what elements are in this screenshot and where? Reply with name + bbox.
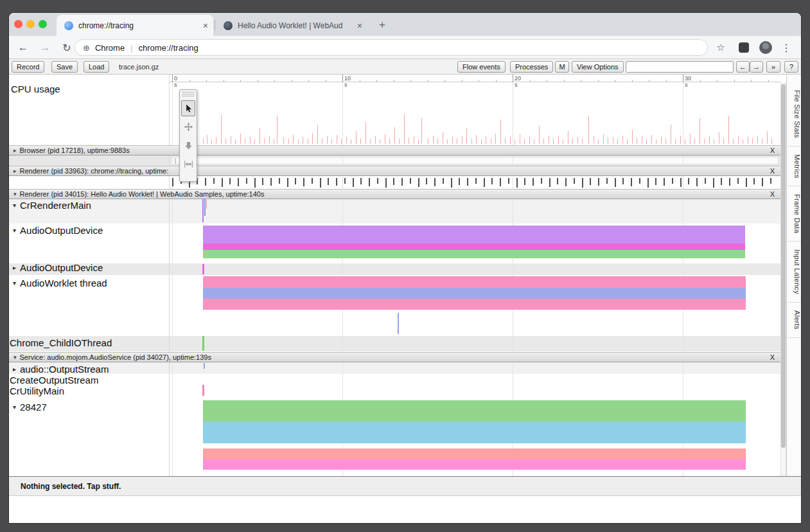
tab-hello-audio-worklet[interactable]: Hello Audio Worklet! | WebAud × bbox=[216, 15, 367, 36]
trace-event-tick[interactable] bbox=[295, 178, 296, 184]
trace-event-mark[interactable] bbox=[398, 313, 399, 334]
trace-event-tick[interactable] bbox=[524, 178, 525, 185]
timing-tool-button[interactable] bbox=[181, 156, 195, 172]
trace-event-mark[interactable] bbox=[206, 200, 207, 209]
thread-label-audiooutputdevice-1[interactable]: ▾ AudioOutputDevice bbox=[13, 225, 103, 236]
trace-event-tick[interactable] bbox=[606, 178, 608, 184]
thread-label-audioworklet[interactable]: ▾ AudioWorklet thread bbox=[13, 278, 107, 288]
trace-event-tick[interactable] bbox=[549, 178, 550, 187]
trace-event-tick[interactable] bbox=[680, 178, 682, 187]
trace-event-tick[interactable] bbox=[287, 178, 288, 187]
trace-event-tick[interactable] bbox=[508, 178, 509, 184]
trace-event-tick[interactable] bbox=[491, 178, 493, 184]
trace-event-tick[interactable] bbox=[582, 178, 583, 188]
trace-event-tick[interactable] bbox=[713, 178, 714, 188]
trace-event-tick[interactable] bbox=[426, 178, 427, 184]
forward-button[interactable]: → bbox=[37, 40, 53, 55]
trace-event-tick[interactable] bbox=[270, 178, 272, 186]
trace-event-tick[interactable] bbox=[615, 178, 616, 187]
process-header-audio-service[interactable]: ▾ Service: audio.mojom.AudioService (pid… bbox=[9, 352, 780, 362]
trace-event-tick[interactable] bbox=[418, 178, 419, 187]
expander-icon[interactable]: ▾ bbox=[13, 202, 16, 209]
close-process-button[interactable]: X bbox=[770, 190, 775, 198]
profile-avatar[interactable] bbox=[759, 41, 772, 54]
expander-icon[interactable]: ▸ bbox=[13, 168, 17, 174]
close-process-button[interactable]: X bbox=[770, 167, 775, 175]
trace-event-tick[interactable] bbox=[320, 178, 321, 188]
trace-event-tick[interactable] bbox=[238, 178, 239, 186]
trace-event-tick[interactable] bbox=[385, 178, 387, 188]
expander-icon[interactable]: ▾ bbox=[13, 354, 17, 360]
trace-event-tick[interactable] bbox=[377, 178, 378, 184]
trace-event-mark[interactable] bbox=[202, 385, 204, 396]
trace-event-tick[interactable] bbox=[328, 178, 329, 185]
trace-event-tick[interactable] bbox=[590, 178, 591, 185]
trace-event-tick[interactable] bbox=[500, 178, 501, 186]
trace-slice[interactable] bbox=[203, 421, 746, 443]
new-tab-button[interactable]: + bbox=[375, 18, 389, 32]
close-process-button[interactable]: X bbox=[770, 353, 775, 361]
trace-event-tick[interactable] bbox=[434, 178, 436, 186]
trace-event-tick[interactable] bbox=[622, 178, 624, 184]
trace-event-tick[interactable] bbox=[401, 178, 403, 186]
sidebar-tab-alerts[interactable]: Alerts bbox=[787, 303, 801, 338]
record-button[interactable]: Record bbox=[12, 61, 44, 73]
save-button[interactable]: Save bbox=[51, 61, 78, 73]
browser-menu-button[interactable]: ⋮ bbox=[779, 40, 794, 55]
zoom-tool-button[interactable] bbox=[181, 137, 195, 154]
process-header-browser[interactable]: ▸ Browser (pid 17218), uptime:9883s X bbox=[9, 145, 780, 155]
trace-event-tick[interactable] bbox=[393, 178, 394, 185]
trace-event-tick[interactable] bbox=[688, 178, 689, 184]
expander-icon[interactable]: ▾ bbox=[13, 279, 16, 287]
sidebar-tab-input-latency[interactable]: Input Latency bbox=[787, 242, 801, 303]
trace-event-tick[interactable] bbox=[205, 178, 206, 186]
nav-right-button[interactable]: → bbox=[750, 61, 763, 73]
trace-event-tick[interactable] bbox=[770, 178, 771, 184]
trace-slice[interactable] bbox=[203, 226, 745, 244]
trace-slice[interactable] bbox=[203, 400, 746, 421]
pan-tool-button[interactable] bbox=[181, 119, 195, 135]
trace-event-tick[interactable] bbox=[262, 178, 263, 185]
trace-slice[interactable] bbox=[203, 250, 745, 258]
toolbar-search-input[interactable] bbox=[626, 61, 734, 73]
trace-event-mark[interactable] bbox=[202, 336, 204, 351]
help-button[interactable]: ? bbox=[784, 61, 798, 73]
sidebar-tab-file-size-stats[interactable]: File Size Stats bbox=[787, 82, 801, 146]
trace-event-tick[interactable] bbox=[344, 178, 346, 184]
thread-label-createoutputstream[interactable]: CreateOutputStream bbox=[10, 375, 98, 386]
trace-event-tick[interactable] bbox=[696, 178, 698, 186]
thread-label-childiothread[interactable]: Chrome_ChildIOThread bbox=[10, 337, 112, 348]
expander-icon[interactable]: ▸ bbox=[13, 366, 16, 373]
trace-event-tick[interactable] bbox=[213, 178, 215, 184]
trace-event-tick[interactable] bbox=[655, 178, 656, 185]
trace-event-mark[interactable] bbox=[204, 199, 206, 216]
trace-slice[interactable] bbox=[203, 459, 746, 470]
back-button[interactable]: ← bbox=[15, 40, 31, 55]
flow-events-button[interactable]: Flow events bbox=[457, 61, 506, 73]
trace-event-tick[interactable] bbox=[762, 178, 763, 186]
expander-icon[interactable]: ▸ bbox=[13, 264, 16, 271]
trace-event-tick[interactable] bbox=[737, 178, 739, 184]
close-process-button[interactable]: X bbox=[770, 146, 775, 154]
trace-event-tick[interactable] bbox=[279, 178, 280, 184]
trace-event-tick[interactable] bbox=[459, 178, 460, 185]
trace-event-tick[interactable] bbox=[303, 178, 304, 186]
zoom-window-button[interactable] bbox=[39, 20, 47, 28]
minimize-window-button[interactable] bbox=[26, 20, 35, 28]
trace-event-tick[interactable] bbox=[516, 178, 518, 188]
trace-event-tick[interactable] bbox=[467, 178, 468, 186]
trace-event-tick[interactable] bbox=[541, 178, 542, 184]
expander-icon[interactable]: ▾ bbox=[13, 227, 16, 234]
trace-event-tick[interactable] bbox=[533, 178, 534, 186]
trace-event-tick[interactable] bbox=[753, 178, 755, 184]
nav-more-button[interactable]: » bbox=[766, 61, 780, 73]
process-header-renderer-tracing[interactable]: ▸ Renderer (pid 33963): chrome://tracing… bbox=[9, 166, 780, 176]
trace-event-tick[interactable] bbox=[443, 178, 444, 184]
extension-icon[interactable] bbox=[739, 42, 749, 53]
trace-event-tick[interactable] bbox=[312, 178, 313, 184]
bookmark-star-button[interactable]: ☆ bbox=[713, 40, 728, 55]
nav-left-button[interactable]: ← bbox=[736, 61, 750, 73]
load-button[interactable]: Load bbox=[84, 61, 109, 73]
tab-close-icon[interactable]: × bbox=[203, 21, 208, 31]
trace-event-tick[interactable] bbox=[410, 178, 411, 184]
